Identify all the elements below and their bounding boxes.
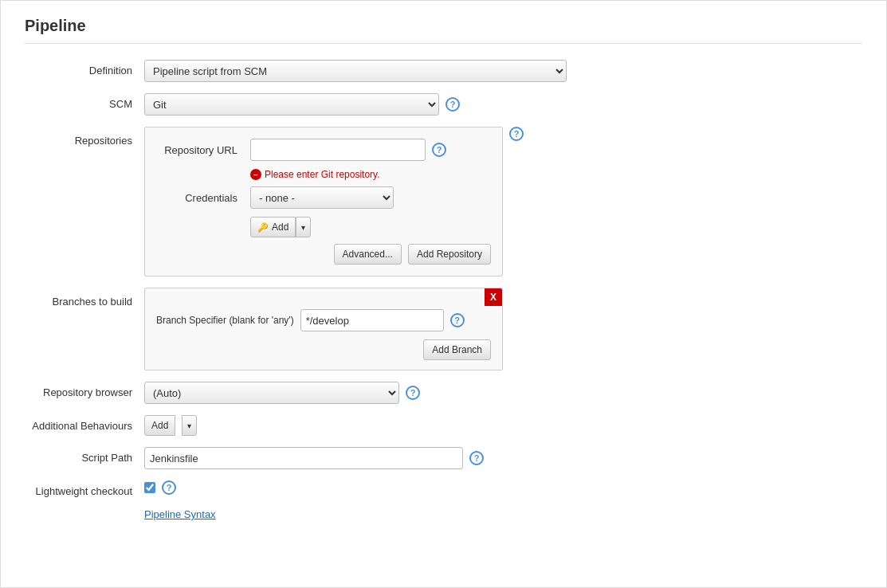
error-text: Please enter Git repository.: [265, 169, 380, 180]
add-behaviour-caret[interactable]: ▾: [182, 415, 197, 436]
lightweight-checkout-help-icon[interactable]: ?: [162, 480, 176, 495]
repo-url-input[interactable]: [250, 139, 426, 161]
repo-browser-help-icon[interactable]: ?: [406, 386, 420, 400]
repo-url-row: Repository URL ?: [156, 139, 491, 161]
add-behaviour-label: Add: [151, 420, 168, 431]
add-credentials-caret[interactable]: ▾: [296, 217, 311, 237]
repositories-label: Repositories: [25, 127, 144, 147]
repo-browser-select[interactable]: (Auto): [144, 382, 399, 404]
additional-behaviours-row: Additional Behaviours Add ▾: [25, 415, 862, 436]
definition-label: Definition: [25, 60, 144, 76]
repo-btn-row: Advanced... Add Repository: [156, 244, 491, 265]
branches-label: Branches to build: [25, 288, 144, 308]
add-behaviour-main-button[interactable]: Add: [144, 415, 175, 436]
add-branch-button[interactable]: Add Branch: [423, 339, 491, 360]
lightweight-checkout-control: ?: [144, 480, 862, 495]
add-repository-button[interactable]: Add Repository: [408, 244, 491, 265]
error-icon: −: [250, 169, 261, 180]
definition-row: Definition Pipeline script from SCM: [25, 60, 862, 82]
branches-box: X Branch Specifier (blank for 'any') ? A…: [144, 288, 503, 370]
credentials-select[interactable]: - none -: [250, 186, 394, 209]
repo-browser-control: (Auto) ?: [144, 382, 862, 404]
page-title: Pipeline: [25, 17, 862, 44]
lightweight-checkbox-wrap: [144, 482, 155, 493]
repo-url-help-icon[interactable]: ?: [432, 143, 446, 157]
definition-select[interactable]: Pipeline script from SCM: [144, 60, 567, 82]
credentials-label: Credentials: [156, 192, 244, 204]
scm-select[interactable]: Git: [144, 93, 439, 116]
branches-row: Branches to build X Branch Specifier (bl…: [25, 288, 862, 370]
script-path-help-icon[interactable]: ?: [469, 451, 484, 465]
key-icon: 🔑: [257, 222, 269, 233]
repositories-row: Repositories Repository URL ? − Please e…: [25, 127, 862, 276]
repo-browser-label: Repository browser: [25, 382, 144, 398]
branch-specifier-input[interactable]: [300, 309, 444, 331]
repo-browser-row: Repository browser (Auto) ?: [25, 382, 862, 404]
branch-specifier-label: Branch Specifier (blank for 'any'): [156, 315, 294, 326]
script-path-control: ?: [144, 447, 862, 469]
pipeline-syntax-row: Pipeline Syntax: [144, 508, 862, 520]
repositories-help-icon[interactable]: ?: [509, 127, 524, 141]
add-credentials-main-button[interactable]: 🔑 Add: [250, 217, 296, 237]
remove-branch-button[interactable]: X: [485, 288, 502, 306]
branch-specifier-help-icon[interactable]: ?: [450, 313, 465, 327]
scm-row: SCM Git ?: [25, 93, 862, 116]
definition-control: Pipeline script from SCM: [144, 60, 862, 82]
branch-specifier-row: Branch Specifier (blank for 'any') ?: [156, 309, 491, 331]
scm-control: Git ?: [144, 93, 862, 116]
repo-url-label: Repository URL: [156, 144, 244, 156]
lightweight-checkout-label: Lightweight checkout: [25, 480, 144, 497]
additional-behaviours-control: Add ▾: [144, 415, 862, 436]
script-path-row: Script Path ?: [25, 447, 862, 469]
pipeline-syntax-link[interactable]: Pipeline Syntax: [144, 508, 216, 520]
scm-help-icon[interactable]: ?: [445, 97, 460, 112]
add-credentials-wrap: 🔑 Add ▾: [250, 217, 491, 237]
add-credentials-label: Add: [272, 221, 288, 233]
repositories-outer: Repository URL ? − Please enter Git repo…: [144, 127, 524, 276]
credentials-row: Credentials - none -: [156, 186, 491, 209]
script-path-input[interactable]: [144, 447, 463, 469]
script-path-label: Script Path: [25, 447, 144, 464]
repo-error-msg: − Please enter Git repository.: [250, 169, 491, 180]
repositories-box: Repository URL ? − Please enter Git repo…: [144, 127, 503, 276]
lightweight-checkout-checkbox[interactable]: [144, 482, 155, 493]
lightweight-checkout-row: Lightweight checkout ?: [25, 480, 862, 497]
scm-label: SCM: [25, 93, 144, 110]
advanced-button[interactable]: Advanced...: [334, 244, 402, 265]
add-branch-btn-row: Add Branch: [156, 339, 491, 360]
branches-outer: X Branch Specifier (blank for 'any') ? A…: [144, 288, 503, 370]
page-wrapper: Pipeline Definition Pipeline script from…: [0, 0, 887, 588]
additional-behaviours-label: Additional Behaviours: [25, 415, 144, 432]
